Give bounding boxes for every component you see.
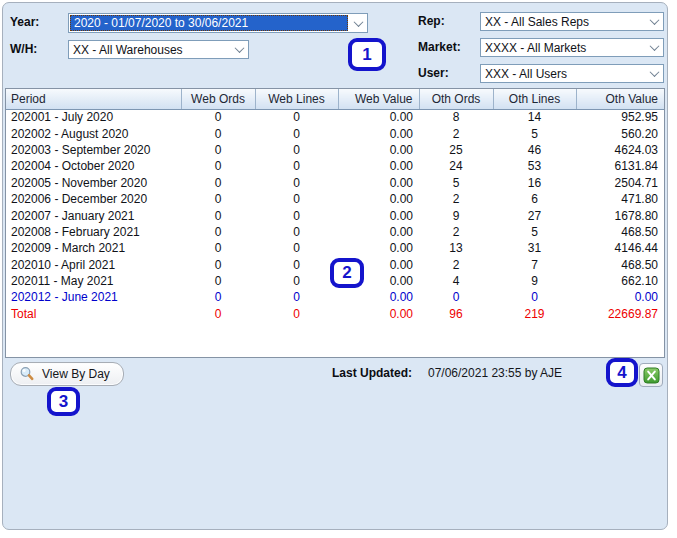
period-cell: 202007 - January 2021 (6, 207, 181, 223)
year-select[interactable]: 2020 - 01/07/2020 to 30/06/2021 (68, 13, 368, 33)
value-cell: 2 (419, 224, 493, 240)
table-row[interactable]: 202005 - November 2020000.005162504.71 (6, 175, 664, 191)
period-cell: 202006 - December 2020 (6, 191, 181, 207)
last-updated-value: 07/06/2021 23:55 by AJE (428, 366, 562, 380)
value-cell: 2 (419, 125, 493, 141)
period-cell: 202012 - June 2021 (6, 289, 181, 305)
table-row[interactable]: 202003 - September 2020000.0025464624.03 (6, 142, 664, 158)
value-cell: 0 (255, 142, 338, 158)
value-cell: 0 (181, 224, 255, 240)
annotation-badge-4: 4 (606, 358, 638, 387)
user-select[interactable]: XXX - All Users (480, 64, 664, 83)
value-cell: 952.95 (576, 109, 664, 125)
chevron-down-icon[interactable] (230, 41, 248, 58)
value-cell: 4 (419, 273, 493, 289)
table-row[interactable]: 202004 - October 2020000.0024536131.84 (6, 158, 664, 174)
annotation-badge-2: 2 (330, 258, 364, 288)
value-cell: 0.00 (338, 175, 419, 191)
column-header-web-value[interactable]: Web Value (338, 89, 419, 109)
value-cell: 53 (493, 158, 576, 174)
value-cell: 0.00 (338, 306, 419, 322)
value-cell: 0 (255, 240, 338, 256)
user-label: User: (418, 66, 449, 80)
value-cell: 1678.80 (576, 207, 664, 223)
value-cell: 5 (419, 175, 493, 191)
value-cell: 8 (419, 109, 493, 125)
column-header-oth-ords[interactable]: Oth Ords (419, 89, 493, 109)
rep-label: Rep: (418, 14, 445, 28)
value-cell: 0 (181, 289, 255, 305)
value-cell: 0 (255, 273, 338, 289)
value-cell: 46 (493, 142, 576, 158)
value-cell: 6 (493, 191, 576, 207)
column-header-oth-value[interactable]: Oth Value (576, 89, 664, 109)
excel-export-button[interactable] (639, 363, 663, 387)
table-row[interactable]: 202008 - February 2021000.0025468.50 (6, 224, 664, 240)
value-cell: 0.00 (338, 158, 419, 174)
value-cell: 7 (493, 257, 576, 273)
value-cell: 0.00 (338, 207, 419, 223)
table-row[interactable]: 202012 - June 2021000.00000.00 (6, 289, 664, 305)
value-cell: 0.00 (338, 125, 419, 141)
table-header-row: PeriodWeb OrdsWeb LinesWeb ValueOth Ords… (6, 89, 664, 109)
value-cell: 22669.87 (576, 306, 664, 322)
chevron-down-icon[interactable] (349, 14, 367, 32)
value-cell: 0 (255, 175, 338, 191)
annotation-badge-1: 1 (348, 38, 386, 71)
value-cell: 0.00 (338, 224, 419, 240)
table-row[interactable]: 202007 - January 2021000.009271678.80 (6, 207, 664, 223)
column-header-web-ords[interactable]: Web Ords (181, 89, 255, 109)
value-cell: 0 (255, 109, 338, 125)
value-cell: 0 (255, 191, 338, 207)
period-cell: 202011 - May 2021 (6, 273, 181, 289)
value-cell: 0.00 (338, 240, 419, 256)
last-updated-label: Last Updated: (332, 366, 412, 380)
table-row[interactable]: 202001 - July 2020000.00814952.95 (6, 109, 664, 125)
chevron-down-icon[interactable] (645, 39, 663, 56)
value-cell: 9 (493, 273, 576, 289)
value-cell: 0 (181, 142, 255, 158)
period-cell: 202010 - April 2021 (6, 257, 181, 273)
rep-select[interactable]: XX - All Sales Reps (480, 12, 664, 31)
market-label: Market: (418, 40, 461, 54)
value-cell: 0 (255, 158, 338, 174)
value-cell: 0 (419, 289, 493, 305)
value-cell: 2 (419, 191, 493, 207)
value-cell: 0 (181, 207, 255, 223)
period-cell: 202001 - July 2020 (6, 109, 181, 125)
value-cell: 4146.44 (576, 240, 664, 256)
annotation-badge-3: 3 (47, 387, 80, 416)
warehouse-select[interactable]: XX - All Warehouses (68, 40, 249, 59)
value-cell: 27 (493, 207, 576, 223)
market-select[interactable]: XXXX - All Markets (480, 38, 664, 57)
user-selected-value: XXX - All Users (485, 67, 645, 81)
value-cell: 2504.71 (576, 175, 664, 191)
chevron-down-icon[interactable] (645, 13, 663, 30)
column-header-oth-lines[interactable]: Oth Lines (493, 89, 576, 109)
chevron-down-icon[interactable] (645, 65, 663, 82)
value-cell: 0 (255, 257, 338, 273)
value-cell: 471.80 (576, 191, 664, 207)
year-selected-value: 2020 - 01/07/2020 to 30/06/2021 (70, 15, 348, 31)
value-cell: 31 (493, 240, 576, 256)
table-row[interactable]: 202006 - December 2020000.0026471.80 (6, 191, 664, 207)
warehouse-selected-value: XX - All Warehouses (73, 43, 230, 57)
value-cell: 0.00 (576, 289, 664, 305)
value-cell: 5 (493, 125, 576, 141)
table-row[interactable]: 202002 - August 2020000.0025560.20 (6, 125, 664, 141)
table-row[interactable]: 202009 - March 2021000.0013314146.44 (6, 240, 664, 256)
value-cell: 468.50 (576, 257, 664, 273)
view-by-day-button[interactable]: View By Day (10, 362, 124, 386)
value-cell: 0 (493, 289, 576, 305)
period-cell: 202002 - August 2020 (6, 125, 181, 141)
column-header-web-lines[interactable]: Web Lines (255, 89, 338, 109)
value-cell: 0 (255, 306, 338, 322)
value-cell: 25 (419, 142, 493, 158)
column-header-period[interactable]: Period (6, 89, 181, 109)
value-cell: 0 (181, 109, 255, 125)
value-cell: 0 (181, 158, 255, 174)
value-cell: 5 (493, 224, 576, 240)
value-cell: 0.00 (338, 142, 419, 158)
value-cell: 662.10 (576, 273, 664, 289)
period-cell: Total (6, 306, 181, 322)
